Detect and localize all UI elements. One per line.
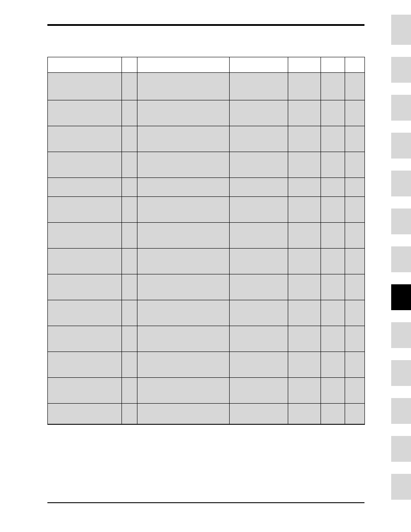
table-cell (345, 378, 365, 404)
table-row (48, 152, 365, 178)
table-cell (230, 178, 288, 197)
table-cell (48, 249, 122, 274)
table-cell (122, 178, 137, 197)
table-cell (345, 274, 365, 300)
side-tab-13[interactable] (391, 474, 411, 500)
side-tab-10[interactable] (391, 360, 411, 386)
table-cell (321, 249, 345, 274)
table-cell (345, 197, 365, 223)
table-cell (345, 300, 365, 326)
table-cell (137, 73, 230, 100)
table-cell (137, 326, 230, 352)
table-cell (288, 404, 321, 424)
table-cell (345, 404, 365, 424)
side-tabs (391, 15, 411, 512)
table-cell (137, 100, 230, 126)
table-cell (321, 178, 345, 197)
side-tab-9[interactable] (391, 322, 411, 348)
table-cell (230, 326, 288, 352)
table-cell (288, 274, 321, 300)
table-row (48, 197, 365, 223)
table-cell (48, 197, 122, 223)
table-cell (137, 352, 230, 378)
table-cell (122, 197, 137, 223)
table-cell (48, 178, 122, 197)
table-cell (345, 352, 365, 378)
table-cell (48, 326, 122, 352)
side-tab-7[interactable] (391, 246, 411, 272)
table-cell (48, 378, 122, 404)
table-cell (48, 152, 122, 178)
table-cell (48, 352, 122, 378)
table-cell (288, 378, 321, 404)
table-cell (345, 152, 365, 178)
table-row (48, 223, 365, 249)
table-cell (321, 274, 345, 300)
table-header-row (48, 57, 365, 73)
table-cell (288, 326, 321, 352)
side-tab-3[interactable] (391, 95, 411, 121)
table-cell (122, 152, 137, 178)
table-row (48, 100, 365, 126)
table-cell (321, 197, 345, 223)
table-cell (230, 352, 288, 378)
side-tab-1[interactable] (391, 15, 411, 45)
table-cell (288, 100, 321, 126)
table-cell (321, 300, 345, 326)
side-tab-11[interactable] (391, 398, 411, 424)
table-cell (321, 73, 345, 100)
table-cell (122, 249, 137, 274)
side-tab-8[interactable] (391, 284, 411, 310)
table-cell (288, 223, 321, 249)
table-cell (230, 300, 288, 326)
table-cell (321, 126, 345, 152)
table-cell (288, 352, 321, 378)
table-cell (345, 223, 365, 249)
table-cell (288, 249, 321, 274)
table-cell (321, 404, 345, 424)
table-cell (321, 352, 345, 378)
table-cell (230, 404, 288, 424)
side-tab-6[interactable] (391, 208, 411, 234)
table-cell (288, 300, 321, 326)
side-tab-4[interactable] (391, 133, 411, 159)
table-cell (48, 300, 122, 326)
top-rule (47, 24, 364, 26)
table-cell (48, 126, 122, 152)
table-row (48, 274, 365, 300)
table-cell (137, 197, 230, 223)
table-cell (288, 152, 321, 178)
table-cell (137, 126, 230, 152)
table-row (48, 178, 365, 197)
table-cell (48, 274, 122, 300)
side-tab-12[interactable] (391, 436, 411, 462)
th-1 (48, 57, 122, 73)
table-cell (321, 223, 345, 249)
th-7 (345, 57, 365, 73)
side-tab-2[interactable] (391, 57, 411, 83)
table-cell (288, 197, 321, 223)
page (0, 0, 411, 532)
table-row (48, 249, 365, 274)
table-cell (137, 404, 230, 424)
table-cell (345, 126, 365, 152)
table-cell (137, 178, 230, 197)
table-cell (122, 126, 137, 152)
table-cell (137, 274, 230, 300)
table-cell (137, 249, 230, 274)
table-cell (345, 249, 365, 274)
table-cell (230, 378, 288, 404)
table-cell (345, 73, 365, 100)
table-cell (122, 326, 137, 352)
bottom-rule (47, 502, 364, 503)
table-cell (48, 223, 122, 249)
table-cell (122, 223, 137, 249)
table-cell (137, 300, 230, 326)
table-cell (48, 404, 122, 424)
table-cell (230, 197, 288, 223)
table-cell (122, 378, 137, 404)
table-cell (122, 73, 137, 100)
table-cell (137, 378, 230, 404)
side-tab-5[interactable] (391, 171, 411, 196)
table-cell (288, 126, 321, 152)
